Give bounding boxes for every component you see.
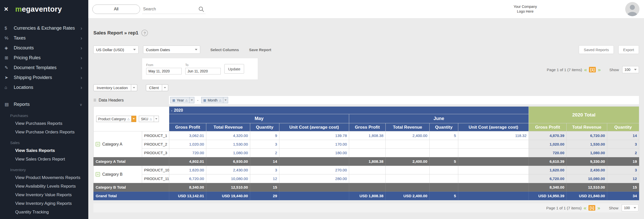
from-label: From — [146, 63, 182, 67]
value-cell: 3 — [250, 140, 279, 149]
update-button[interactable]: Update — [224, 64, 244, 74]
sku-field-pill[interactable]: SKU△ — [139, 116, 159, 122]
filter-chips-row: Inventory Location Client — [93, 84, 639, 91]
sidebar-item-label: Discounts — [14, 45, 80, 51]
value-cell — [386, 140, 430, 149]
date-range-select[interactable]: Custom Dates — [143, 46, 200, 54]
company-logo-placeholder: Your Company Logo Here — [504, 4, 547, 14]
to-date-input[interactable] — [185, 68, 221, 74]
value-cell — [386, 166, 430, 174]
current-page-button[interactable]: [1] — [588, 205, 595, 211]
chevron-down-icon[interactable] — [154, 116, 159, 122]
sidebar-item-view-purchase-orders-reports[interactable]: View Purchase Orders Reports — [0, 128, 88, 136]
sidebar-item-view-inventory-value-reports[interactable]: View Inventory Value Reports — [0, 191, 88, 199]
megaventory-logo[interactable]: megaventory — [15, 5, 62, 13]
page-size-select[interactable]: 100 — [622, 66, 639, 73]
sidebar-item-view-sales-reports[interactable]: View Sales Reports — [0, 146, 88, 155]
page-size-select[interactable]: 100 — [622, 204, 638, 211]
search-scope-select[interactable]: All — [92, 5, 140, 14]
chevron-right-icon: › — [80, 45, 82, 51]
collapse-icon[interactable]: − — [96, 172, 100, 176]
tag-icon: ◈ — [5, 45, 14, 51]
currency-select[interactable]: US Dollar (USD) — [93, 46, 139, 54]
sidebar-item-view-sales-orders-report[interactable]: View Sales Orders Report — [0, 155, 88, 164]
sidebar-item-view-purchases-reports[interactable]: View Purchases Reports — [0, 119, 88, 128]
sort-asc-icon: △ — [127, 117, 129, 121]
value-cell: 5 — [430, 192, 458, 200]
sku-cell: PRODUCT_10 — [142, 166, 169, 174]
saved-reports-button[interactable]: Saved Reports — [579, 45, 614, 54]
value-cell — [386, 174, 430, 183]
field-separator: - — [197, 98, 198, 102]
warehouse-icon: ⌂ — [5, 85, 14, 90]
sidebar-item-view-product-movements-reports[interactable]: View Product Movements Reports — [0, 173, 88, 182]
measure-header-gross-profit: Gross Profit — [349, 123, 386, 131]
close-icon[interactable]: × — [4, 5, 15, 13]
month-field-pill[interactable]: ▦Month△ — [201, 97, 228, 103]
sort-asc-icon: △ — [150, 117, 152, 121]
value-cell — [279, 192, 349, 200]
topbar: All Your Company Logo Here — [88, 0, 644, 18]
sku-cell: PRODUCT_3 — [142, 149, 169, 157]
total-measure-header-quantity: Quantity — [607, 123, 639, 131]
year-header[interactable]: ▪2020 — [169, 107, 529, 114]
measure-header-quantity: Quantity — [250, 123, 279, 131]
sidebar-item-pricing-rules[interactable]: ⊞Pricing Rules› — [0, 53, 88, 63]
from-date-input[interactable] — [146, 68, 182, 74]
grid-icon: ▦ — [203, 98, 206, 102]
sidebar-item-document-templates[interactable]: ✎Document Templates› — [0, 63, 88, 73]
sidebar-item-discounts[interactable]: ◈Discounts› — [0, 43, 88, 53]
sidebar-item-locations[interactable]: ⌂Locations› — [0, 83, 88, 92]
save-report-tab[interactable]: Save Report — [249, 48, 272, 52]
help-icon[interactable]: ? — [141, 30, 148, 36]
search-input[interactable] — [143, 7, 198, 11]
search-icon[interactable] — [198, 6, 205, 12]
filter-row: US Dollar (USD) Custom Dates Select Colu… — [93, 45, 639, 54]
prev-page-icon[interactable]: « — [584, 67, 587, 72]
total-label-cell: Category B Total — [94, 183, 169, 192]
inventory-location-filter[interactable]: Inventory Location — [93, 84, 137, 91]
sidebar-item-reports[interactable]: ▤ Reports ∨ — [0, 99, 88, 109]
sidebar-item-view-inventory-aging-reports[interactable]: View Inventory Aging Reports — [0, 199, 88, 208]
chevron-down-icon[interactable] — [190, 97, 194, 103]
export-button[interactable]: Export — [618, 45, 639, 54]
category-cell-category-a: −Category A — [94, 131, 142, 157]
chevron-down-icon[interactable] — [223, 97, 228, 103]
value-cell: 29 — [250, 192, 279, 200]
value-cell — [458, 149, 529, 157]
chevron-down-icon[interactable] — [131, 84, 137, 91]
user-avatar[interactable] — [625, 2, 639, 16]
product-row: PRODUCT_3720.001,080.002180.00720.001,08… — [94, 149, 639, 157]
prev-page-icon[interactable]: « — [583, 205, 587, 210]
value-cell: USD 13,142.01 — [169, 192, 206, 200]
value-cell: USD 2,400.00 — [386, 192, 430, 200]
product-category-field-pill[interactable]: Product Category△ — [96, 116, 136, 122]
pager-summary: Page 1 of 1 (7 items) — [547, 68, 582, 72]
sidebar-item-taxes[interactable]: %Taxes› — [0, 33, 88, 43]
chevron-down-icon[interactable] — [162, 84, 168, 91]
select-columns-tab[interactable]: Select Columns — [210, 48, 239, 52]
current-page-button[interactable]: [1] — [589, 67, 596, 72]
next-page-icon[interactable]: » — [597, 205, 600, 210]
sidebar-item-view-availability-levels-reports[interactable]: View Availability Levels Reports — [0, 182, 88, 191]
sidebar-item-quantity-tracking[interactable]: Quantity Tracking — [0, 208, 88, 216]
date-pager-band: From To Update Page 1 of 1 (7 items) « [… — [93, 58, 639, 81]
pagination-bottom: Page 1 of 1 (7 items) « [1] » Show 100 — [546, 204, 638, 211]
value-cell: 10,080.00 — [206, 174, 250, 183]
collapse-icon[interactable]: − — [96, 142, 100, 146]
value-cell: 720.00 — [529, 149, 567, 157]
pager-summary: Page 1 of 1 (7 items) — [546, 206, 582, 210]
chevron-down-icon — [133, 49, 136, 50]
client-filter[interactable]: Client — [146, 84, 168, 91]
next-page-icon[interactable]: » — [598, 67, 601, 72]
sidebar-item-currencies-exchange-rates[interactable]: $Currencies & Exchange Rates› — [0, 23, 88, 33]
show-label: Show — [609, 68, 619, 72]
value-cell: 6,610.39 — [529, 157, 567, 166]
sidebar-item-shipping-providers[interactable]: ➤Shipping Providers› — [0, 73, 88, 83]
app-window: × megaventory $Currencies & Exchange Rat… — [0, 0, 644, 219]
to-label: To — [185, 63, 221, 67]
category-total-row: Category B Total8,340.0012,510.00158,340… — [94, 183, 639, 192]
year-field-pill[interactable]: ▦Year△ — [170, 97, 194, 103]
chevron-down-icon[interactable] — [131, 116, 136, 122]
chevron-down-icon — [634, 207, 636, 209]
